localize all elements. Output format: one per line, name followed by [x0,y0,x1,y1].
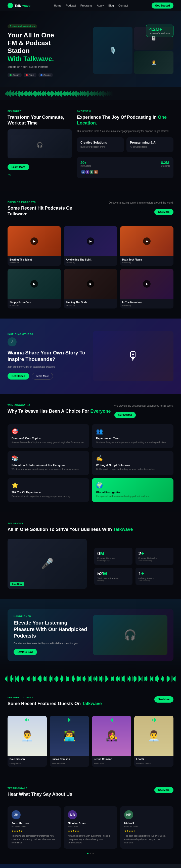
handpicked-desc: Curated content selected by our editoria… [14,642,88,645]
features-learn-more-button[interactable]: Learn More [7,164,29,170]
podcast-img-2: ▶ [64,226,117,256]
testimonials-grid: JH John Harrison Podcast Creator ★★★★★ T… [7,806,174,849]
handpicked-explore-button[interactable]: Explore Now [14,649,37,655]
dot-3[interactable] [93,853,94,854]
testimonial-text-1: Talkwave has completely transformed how … [11,834,57,845]
testimonial-role-2: Radio Host [68,825,113,828]
why-header-right: We provide the best podcast experience f… [114,404,174,418]
students-stat: 8.2M [161,161,170,165]
nav-link-programs[interactable]: Programs [80,4,93,7]
handpicked-image: 🎧 [93,615,167,655]
why-card-5-title: 70+ Yrs Of Experience [11,491,85,494]
sol-stat-2-num: 2+ [138,551,171,557]
hero-img-person: 👩‍💼 [134,51,174,74]
solution-image: 🎤 Live Now [7,539,87,589]
nav-cta-button[interactable]: Get Started [152,2,174,8]
handpicked-title: Elevate Your Listening Pleasure With Our… [14,620,88,639]
google-badge[interactable]: Google [38,73,53,77]
cta-get-started-button[interactable]: Get Started [7,373,29,379]
guest-img-2: 👨‍💻 [50,716,89,756]
podcasts-see-more-button[interactable]: See More [154,209,174,215]
podcast-card-3[interactable]: ▶ Math To A Flame Hosted by [120,226,174,266]
dot-1[interactable] [87,853,88,854]
logo-text: Talk [15,4,21,7]
play-button-5[interactable]: ▶ [87,280,94,288]
testimonials-header-right: See More [154,787,174,793]
nav-link-apply[interactable]: Apply [97,4,104,7]
guests-title: Some Recent Featured Guests On Talkwave [7,701,102,707]
why-section: Why Choose Us Why Talkwave Has Been A Ch… [0,394,181,512]
hero-img-mic: 🎙️ [93,27,132,74]
sol-stat-3-num: 52M [97,571,129,577]
solution-stats-grid: 0M Podcast Listeners Growing daily 2+ Po… [94,548,174,585]
guests-section: Featured Guests Some Recent Featured Gue… [0,686,181,777]
guests-header-right: See More [154,696,174,703]
handpicked-section: Handpicked Elevate Your Listening Pleasu… [0,599,181,671]
podcast-grid: ▶ Beating The Talent Hosted by ▶ Awakeni… [7,226,174,309]
why-card-4-title: Writing & Script Solutions [96,464,170,467]
podcast-img-4: ▶ [7,269,61,299]
testimonials-tag: Testimonials [7,787,72,789]
cta-learn-more-button[interactable]: Learn More [32,373,53,379]
podcast-card-6[interactable]: ▶ In The Meantime Hosted by [120,269,174,309]
hero-section: 🎙 Best Podcast Platform Your All In One … [0,11,181,87]
nav-link-contact[interactable]: Contact [119,4,128,7]
nav-link-podcast[interactable]: Podcast [66,4,76,7]
testimonial-name-2: Nicolas Brian [68,822,113,825]
spotify-badge[interactable]: Spotify [7,73,22,77]
waveform-bar-1: (function() { const bar = document.query… [0,87,181,100]
play-button-4[interactable]: ▶ [30,280,38,288]
guests-tag: Featured Guests [7,696,102,699]
solution-tag: Solutions [7,522,174,525]
nav-link-blog[interactable]: Blog [108,4,114,7]
cta-title: Wanna Share Your Own Story To Inspire Th… [7,349,88,363]
podcast-card-1[interactable]: ▶ Beating The Talent Hosted by [7,226,61,266]
why-card-6-icon: 🌍 [96,482,170,489]
person-icon: 👩‍💼 [134,51,174,74]
features-left: Featured Transform Your Commute, Workout… [7,110,72,176]
guests-see-more-button[interactable]: See More [154,696,174,703]
guest-card-3[interactable]: 👩‍🎤 Jenna Crimson Media Host [92,716,131,767]
podcast-card-5[interactable]: ▶ Finding The Odds Hosted by [64,269,117,309]
hero-content: 🎙 Best Podcast Platform Your All In One … [7,24,88,77]
testimonial-stars-1: ★★★★★ [11,830,57,832]
play-button-1[interactable]: ▶ [30,238,38,245]
sol-stat-4: 1+ Industry Awards And counting [135,568,174,585]
dot-2[interactable] [90,853,91,854]
play-button-6[interactable]: ▶ [143,280,151,288]
guests-header-left: Featured Guests Some Recent Featured Gue… [7,696,102,710]
nav-link-home[interactable]: Home [54,4,61,7]
podcast-card-2[interactable]: ▶ Awakening The Spirit Hosted by [64,226,117,266]
guest-card-1[interactable]: 👨‍💼 Dale Pierson Entrepreneur [7,716,47,767]
why-card-3-icon: 📚 [11,455,85,462]
sol-stat-1-num: 0M [97,551,129,557]
hero-subtitle: Stream on Your Favorite Platform [7,65,88,68]
podcasts-header-left: Popular Podcasts Some Recent Hit Podcast… [7,201,90,220]
handpicked-content: Handpicked Elevate Your Listening Pleasu… [14,615,88,655]
waveform-mini-icon: ♪♪♪ [7,173,11,176]
cta-image: 🎙 [93,331,174,381]
why-card-4-icon: ✍️ [96,455,170,462]
mic-icon: 🎙️ [93,27,132,74]
why-card-1-title: Diverse & Cool Topics [11,437,85,440]
features-card-stats: 20+ Instructors 8.2M Students A B C D [77,157,174,178]
guest-card-4[interactable]: 👨‍💼 Leo Si Business Leader [134,716,174,767]
testimonial-stars-3: ★★★★☆ [124,830,170,832]
solution-stats: 0M Podcast Listeners Growing daily 2+ Po… [94,543,174,585]
podcast-card-4[interactable]: ▶ Simply Extra Care Hosted by [7,269,61,309]
why-card-2-title: Experienced Team [96,437,170,440]
why-get-started-button[interactable]: Get Started [114,412,136,418]
play-button-2[interactable]: ▶ [87,238,94,245]
guest-card-2[interactable]: 👨‍💻 Lucas Crimson Tech Innovator [50,716,89,767]
solution-section: Solutions All In One Solution To Strive … [0,512,181,599]
logo[interactable]: Talk wave [7,3,30,8]
sol-stat-4-num: 1+ [138,571,171,577]
play-button-3[interactable]: ▶ [143,238,151,245]
testimonial-role-3: Audio Producer [124,825,170,828]
why-card-2: 👥 Experienced Team Our team has years of… [92,424,174,448]
why-card-1-icon: 🎯 [11,428,85,435]
apple-badge[interactable]: Apple [24,73,36,77]
features-img-1: 🎧 [11,135,68,155]
guests-grid: 👨‍💼 Dale Pierson Entrepreneur 👨‍💻 Lucas … [7,716,174,767]
testimonials-see-more-button[interactable]: See More [154,787,174,793]
